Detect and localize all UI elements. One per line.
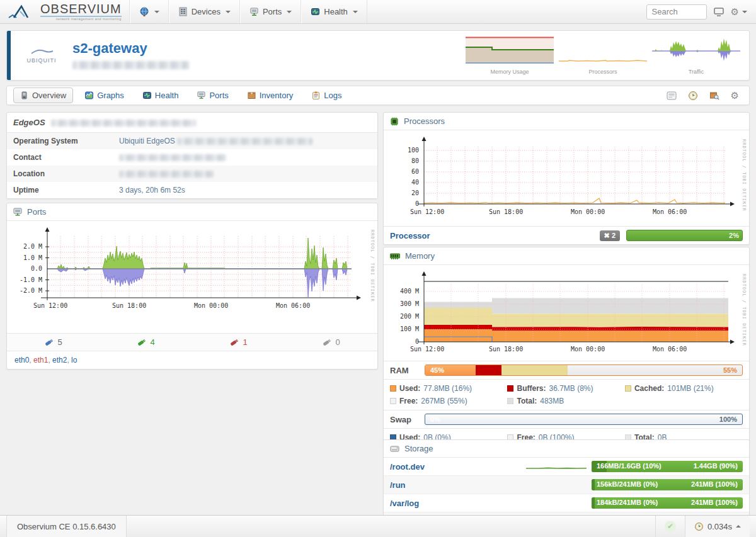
info-value: Ubiquiti EdgeOS bbox=[119, 137, 312, 145]
svg-text:400 M: 400 M bbox=[400, 288, 419, 295]
port-count-total[interactable]: 5 bbox=[7, 334, 100, 351]
stat-free: Free:267MB (55%) bbox=[390, 395, 507, 407]
tab-ports[interactable]: Ports bbox=[190, 88, 235, 103]
port-count-down[interactable]: 1 bbox=[192, 334, 285, 351]
tab-ports-label: Ports bbox=[209, 91, 228, 100]
traffic-minigraph-image bbox=[652, 36, 740, 65]
svg-text:Mon 06:00: Mon 06:00 bbox=[276, 302, 310, 309]
storage-row-run: /run 156kB/241MB (0%)241MB (100%) bbox=[384, 475, 749, 494]
processor-usage-bar: 2% bbox=[626, 230, 743, 241]
chevron-down-icon bbox=[287, 11, 292, 13]
memory-panel: Memory 400 M 300 M 200 M 100 bbox=[383, 247, 750, 447]
link-lo[interactable]: lo bbox=[71, 356, 77, 365]
device-location-redacted bbox=[72, 61, 189, 69]
chevron-down-icon bbox=[742, 11, 747, 13]
port-count-disabled[interactable]: 0 bbox=[285, 334, 377, 351]
plug-icon-gray bbox=[322, 337, 332, 347]
tab-overview-label: Overview bbox=[32, 91, 66, 100]
cpu-icon bbox=[390, 117, 399, 126]
nav-health-menu[interactable]: Health bbox=[301, 0, 367, 23]
mount-link[interactable]: /run bbox=[390, 480, 406, 490]
tab-health-label: Health bbox=[155, 91, 179, 100]
plug-icon-blue bbox=[44, 337, 54, 347]
tab-health[interactable]: Health bbox=[136, 88, 186, 103]
clock-icon[interactable] bbox=[688, 91, 698, 101]
cached-swatch bbox=[625, 385, 631, 392]
svg-text:Mon 00:00: Mon 00:00 bbox=[571, 208, 605, 215]
info-label: Contact bbox=[13, 153, 119, 162]
link-eth2[interactable]: eth2 bbox=[52, 356, 67, 365]
tab-graphs[interactable]: Graphs bbox=[78, 88, 131, 103]
link-eth0[interactable]: eth0 bbox=[14, 356, 29, 365]
memory-minigraph-image bbox=[466, 36, 554, 65]
device-header: UBIQUITI s2-gateway Memory Usage Process… bbox=[6, 30, 750, 81]
ram-free-percent: 55% bbox=[723, 366, 737, 374]
tab-inventory[interactable]: Inventory bbox=[241, 88, 300, 103]
nav-ports-menu[interactable]: Ports bbox=[240, 0, 301, 23]
processors-graph[interactable]: 100 80 60 40 20 0 Sun 12:00 Sun 18:00 Mo… bbox=[384, 130, 749, 226]
storage-row-root: /root.dev 166MB/1.6GB (10%)1.44GB (90%) bbox=[384, 458, 749, 475]
processor-usage-value: 2% bbox=[729, 232, 739, 239]
tab-logs-label: Logs bbox=[324, 91, 341, 100]
logo-subtitle: network management and monitoring bbox=[40, 16, 122, 21]
os-details-redacted bbox=[51, 120, 196, 127]
mount-link[interactable]: /root.dev bbox=[390, 462, 425, 472]
svg-text:1.0 M: 1.0 M bbox=[23, 254, 42, 261]
footer: Observium CE 0.15.6.6430 ✔ 0.034s bbox=[0, 515, 756, 537]
swap-free-percent: 100% bbox=[719, 415, 737, 423]
search-input[interactable] bbox=[646, 4, 707, 20]
tab-overview[interactable]: Overview bbox=[13, 88, 73, 103]
minigraph-traffic[interactable]: Traffic bbox=[652, 36, 740, 75]
storage-usage-badge: 166MB/1.6GB (10%)1.44GB (90%) bbox=[592, 461, 743, 472]
svg-text:0: 0 bbox=[415, 338, 419, 345]
swap-row: Swap 0% 100% bbox=[384, 410, 749, 428]
mount-link[interactable]: /var/log bbox=[390, 499, 419, 508]
svg-text:Mon 06:00: Mon 06:00 bbox=[653, 346, 687, 353]
generation-time[interactable]: 0.034s bbox=[685, 516, 750, 537]
info-label: Operating System bbox=[13, 137, 119, 145]
svg-text:100 M: 100 M bbox=[400, 325, 419, 332]
minigraph-processors[interactable]: Processors bbox=[559, 36, 647, 75]
ports-graph[interactable]: 2.0 M 1.0 M 0.0 -1.0 M -2.0 M Sun 12:00 … bbox=[7, 221, 377, 333]
svg-text:200 M: 200 M bbox=[400, 313, 419, 320]
ram-used-percent: 45% bbox=[430, 366, 444, 374]
ram-icon bbox=[390, 252, 400, 260]
memory-panel-title[interactable]: Memory bbox=[405, 251, 435, 261]
svg-text:Mon 00:00: Mon 00:00 bbox=[194, 302, 228, 309]
storage-panel-title[interactable]: Storage bbox=[404, 444, 433, 453]
memory-graph[interactable]: 400 M 300 M 200 M 100 M 0 Sun 12:00 Sun … bbox=[384, 265, 749, 361]
minigraph-memory[interactable]: Memory Usage bbox=[466, 36, 554, 75]
interface-links: eth0, eth1, eth2, lo bbox=[7, 351, 377, 369]
device-settings-gear-icon[interactable]: ⚙ bbox=[731, 90, 739, 101]
vendor-name: UBIQUITI bbox=[20, 57, 64, 64]
tab-logs[interactable]: Logs bbox=[305, 88, 348, 103]
nav-global-menu[interactable] bbox=[130, 0, 169, 23]
notes-icon[interactable] bbox=[667, 91, 677, 100]
info-row-os: Operating System Ubiquiti EdgeOS bbox=[7, 133, 377, 149]
link-eth1[interactable]: eth1 bbox=[33, 356, 48, 365]
device-hostname[interactable]: s2-gateway bbox=[72, 40, 189, 57]
processor-count-badge: ✖ 2 bbox=[600, 230, 620, 241]
storage-panel: Storage /root.dev 166MB/1.6GB (10%)1.44G… bbox=[383, 439, 750, 521]
info-label: Location bbox=[13, 169, 119, 178]
svg-text:40: 40 bbox=[411, 179, 419, 186]
display-icon[interactable] bbox=[713, 7, 724, 17]
processor-link[interactable]: Processor bbox=[390, 231, 430, 240]
ports-panel-title[interactable]: Ports bbox=[27, 207, 46, 217]
memory-panel-header: Memory bbox=[384, 247, 749, 265]
ubiquiti-swoosh-icon bbox=[29, 47, 54, 56]
ram-stats: Used:77.8MB (16%) Buffers:36.7MB (8%) Ca… bbox=[384, 379, 749, 410]
settings-menu[interactable]: ⚙ bbox=[731, 6, 747, 18]
svg-text:Sun 12:00: Sun 12:00 bbox=[33, 302, 67, 309]
version-box[interactable]: Observium CE 0.15.6.6430 bbox=[6, 516, 127, 537]
chevron-down-icon bbox=[154, 11, 159, 13]
inventory-search-icon[interactable] bbox=[709, 91, 719, 101]
nav-devices-menu[interactable]: Devices bbox=[169, 0, 240, 23]
observium-logo[interactable]: OBSERVIUM network management and monitor… bbox=[0, 0, 130, 23]
ports-icon bbox=[249, 7, 259, 16]
port-count-up[interactable]: 4 bbox=[100, 334, 192, 351]
contact-redacted bbox=[119, 154, 226, 161]
processors-panel-title[interactable]: Processors bbox=[404, 116, 445, 126]
processor-row: Processor ✖ 2 2% bbox=[384, 226, 749, 244]
ports-panel-icon bbox=[13, 208, 22, 217]
